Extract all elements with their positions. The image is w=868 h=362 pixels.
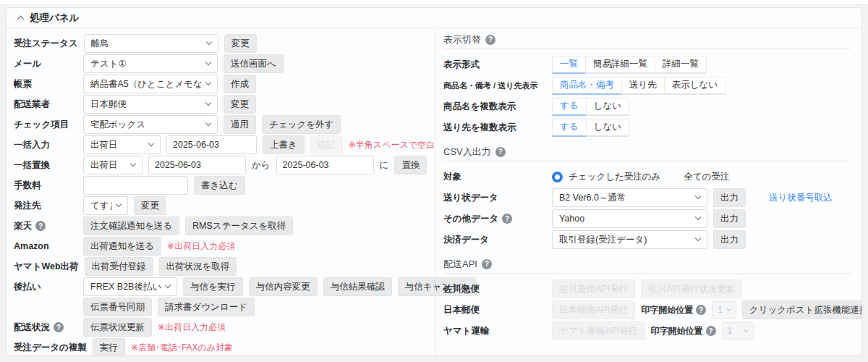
forms-select[interactable]: 納品書A5（ひとことメモなし） bbox=[83, 75, 218, 93]
bulk-input-field-select[interactable]: 出荷日 bbox=[83, 135, 161, 154]
credit-change-button[interactable]: 与信内容変更 bbox=[249, 277, 318, 296]
chevron-down-icon bbox=[695, 214, 701, 220]
order-status-label: 受注ステータス bbox=[14, 38, 78, 50]
forms-create-button[interactable]: 作成 bbox=[224, 75, 256, 93]
yamato-api-button-disabled: ヤマト運輸API発行 bbox=[552, 321, 645, 340]
check-item-apply-button[interactable]: 適用 bbox=[224, 115, 256, 134]
rakuten-order-confirm-button[interactable]: 注文確認通知を送る bbox=[83, 216, 179, 235]
tab-item-name-note[interactable]: 商品名・備考 bbox=[552, 77, 622, 95]
carrier-select[interactable]: 日本郵便 bbox=[83, 95, 218, 114]
bulk-replace-field-select[interactable]: 出荷日 bbox=[83, 156, 142, 174]
delivery-api-section-header: 配送API bbox=[443, 258, 851, 274]
tab-hide[interactable]: 表示しない bbox=[664, 77, 726, 95]
tab-yes[interactable]: する bbox=[552, 98, 587, 116]
delivery-status-note: ※出荷日入力必須 bbox=[158, 321, 226, 334]
bulk-replace-to-input[interactable] bbox=[276, 156, 374, 174]
tab-yes[interactable]: する bbox=[552, 119, 587, 137]
supplier-row: 発注先 てすと 変更 bbox=[14, 196, 435, 215]
collapse-chevron-up-icon[interactable] bbox=[17, 15, 25, 22]
tracking-number-import-link[interactable]: 送り状番号取込 bbox=[769, 192, 833, 204]
print-start-position-value: 1 bbox=[728, 326, 733, 336]
slip-status-update-button[interactable]: 伝票状況更新 bbox=[83, 318, 152, 337]
payment-data-export-button[interactable]: 出力 bbox=[713, 230, 746, 249]
radio-all-orders-label[interactable]: 全ての受注 bbox=[684, 171, 729, 183]
item-dest-display-row: 商品名・備考 / 送り先表示 商品名・備考 送り先 表示しない bbox=[443, 76, 851, 95]
carrier-change-button[interactable]: 変更 bbox=[224, 95, 256, 114]
forms-label: 帳票 bbox=[14, 78, 77, 90]
bulk-input-overwrite-button[interactable]: 上書き bbox=[263, 135, 305, 154]
chevron-down-icon bbox=[165, 282, 171, 288]
panel-title: 処理パネル bbox=[30, 12, 79, 25]
credit-result-button[interactable]: 与信結果確認 bbox=[323, 277, 392, 296]
invoice-download-button[interactable]: 請求書ダウンロード bbox=[158, 298, 255, 316]
shipping-label-export-button[interactable]: 出力 bbox=[713, 188, 746, 207]
mail-row: メール テスト① 送信画面へ bbox=[14, 54, 435, 73]
credit-execute-button[interactable]: 与信を実行 bbox=[183, 277, 243, 296]
sagawa-api-issue-button-disabled: 佐川急便API発行 bbox=[552, 279, 635, 298]
help-icon[interactable] bbox=[696, 305, 706, 315]
panel-header[interactable]: 処理パネル bbox=[7, 8, 861, 28]
chevron-down-icon bbox=[205, 59, 211, 65]
amazon-ship-notify-button[interactable]: 出荷通知を送る bbox=[83, 237, 161, 256]
supplier-change-button[interactable]: 変更 bbox=[134, 196, 166, 215]
radio-checked-orders-selected[interactable] bbox=[552, 172, 563, 182]
processing-panel: 処理パネル 受注ステータス 離島 変更 メール テスト① 送信画面へ bbox=[6, 7, 862, 356]
csv-title: CSV入出力 bbox=[443, 146, 491, 159]
mail-select[interactable]: テスト① bbox=[83, 54, 218, 73]
help-icon[interactable] bbox=[485, 35, 495, 45]
clickpost-extension-button[interactable]: クリックポスト拡張機能連携 bbox=[742, 300, 862, 319]
mail-value: テスト① bbox=[90, 58, 127, 70]
yamato-web-status-button[interactable]: 出荷状況を取得 bbox=[159, 257, 237, 276]
other-data-select[interactable]: Yahoo bbox=[552, 209, 707, 228]
tab-list[interactable]: 一覧 bbox=[552, 56, 586, 74]
display-format-row: 表示形式 一覧 簡易詳細一覧 詳細一覧 bbox=[443, 55, 851, 74]
check-item-select[interactable]: 宅配ボックス bbox=[83, 115, 218, 134]
bulk-replace-field-value: 出荷日 bbox=[90, 159, 118, 172]
supplier-label: 発注先 bbox=[14, 200, 77, 212]
order-status-select[interactable]: 離島 bbox=[84, 34, 218, 53]
help-icon[interactable] bbox=[502, 214, 512, 224]
yamato-row: ヤマト運輸 ヤマト運輸API発行 印字開始位置 1 bbox=[443, 321, 851, 340]
tab-no[interactable]: しない bbox=[586, 119, 629, 137]
radio-checked-orders-label[interactable]: チェックした受注のみ bbox=[569, 171, 660, 183]
other-data-export-button[interactable]: 出力 bbox=[713, 209, 746, 228]
bulk-input-date-input[interactable] bbox=[166, 135, 257, 154]
bulk-replace-from-input[interactable] bbox=[148, 156, 246, 174]
supplier-select[interactable]: てすと bbox=[83, 196, 128, 215]
check-item-uncheck-button[interactable]: チェックを外す bbox=[262, 115, 341, 134]
fee-write-button[interactable]: 書き込む bbox=[194, 176, 245, 195]
help-icon[interactable] bbox=[482, 259, 492, 269]
delivery-status-label-text: 配送状況 bbox=[14, 321, 50, 334]
yamato-web-register-button[interactable]: 出荷受付登録 bbox=[85, 257, 153, 276]
deferred-payment-select[interactable]: FREX B2B後払い bbox=[83, 277, 177, 296]
other-data-value: Yahoo bbox=[559, 214, 584, 224]
csv-section-header: CSV入出力 bbox=[443, 146, 851, 161]
amazon-note: ※出荷日入力必須 bbox=[167, 240, 235, 253]
slip-number-sync-button[interactable]: 伝票番号同期 bbox=[83, 298, 152, 316]
display-switch-section-header: 表示切替 bbox=[443, 33, 851, 49]
help-icon[interactable] bbox=[35, 221, 46, 231]
bulk-input-append-button-disabled: 追記 bbox=[310, 135, 343, 154]
duplicate-order-row: 受注データの複製 実行 ※店舗･電話･FAXのみ対象 bbox=[14, 338, 435, 356]
tab-detail-list[interactable]: 詳細一覧 bbox=[655, 56, 707, 74]
tab-simple-detail-list[interactable]: 簡易詳細一覧 bbox=[585, 56, 655, 74]
help-icon[interactable] bbox=[706, 326, 716, 336]
help-icon[interactable] bbox=[54, 322, 64, 332]
multi-dest-tabs: する しない bbox=[552, 119, 629, 137]
rakuten-rms-status-button[interactable]: RMSステータスを取得 bbox=[185, 216, 293, 235]
mail-send-screen-button[interactable]: 送信画面へ bbox=[224, 54, 284, 73]
payment-data-select[interactable]: 取引登録(受注データ) bbox=[552, 230, 707, 249]
fee-input[interactable] bbox=[83, 176, 188, 195]
order-status-change-button[interactable]: 変更 bbox=[224, 34, 257, 53]
help-icon[interactable] bbox=[495, 147, 506, 157]
fee-label: 手数料 bbox=[14, 180, 77, 192]
japan-post-row: 日本郵便 日本郵便API発行 印字開始位置 1 クリックポスト拡張機能連携 bbox=[443, 300, 851, 319]
bulk-replace-button[interactable]: 置換 bbox=[394, 156, 427, 174]
bulk-replace-row: 一括置換 出荷日 から に 置換 bbox=[14, 156, 435, 174]
carrier-label: 配送業者 bbox=[14, 98, 77, 111]
tab-destination[interactable]: 送り先 bbox=[621, 77, 665, 95]
shipping-label-data-select[interactable]: B2 Ver6.0～通常 bbox=[552, 188, 707, 207]
shipping-label-data-value: B2 Ver6.0～通常 bbox=[559, 192, 626, 204]
tab-no[interactable]: しない bbox=[586, 98, 629, 116]
duplicate-execute-button[interactable]: 実行 bbox=[93, 338, 125, 356]
